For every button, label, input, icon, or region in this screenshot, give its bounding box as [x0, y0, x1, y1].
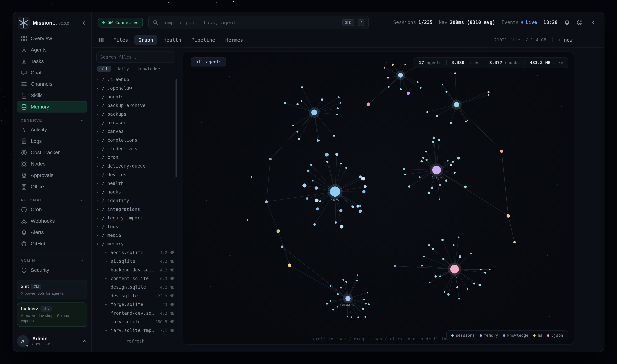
tree-row[interactable]: ~ design.sqlite 4.2 MB: [96, 283, 174, 291]
right-panel-collapse-button[interactable]: [591, 20, 596, 25]
tree-row-name: frontend-dev.sq…: [111, 310, 154, 316]
user-menu-chevron[interactable]: [82, 338, 87, 344]
section-header[interactable]: AUTOMATE: [17, 195, 87, 204]
tree-row[interactable]: ~ content.sqlite 6.3 MB: [96, 274, 174, 283]
tree-row[interactable]: ~ jarv.sqlite 350.5 MB: [96, 317, 174, 326]
sidebar-item[interactable]: Security: [17, 264, 87, 276]
filter-chip[interactable]: daily: [113, 66, 132, 72]
view-tab[interactable]: Files: [109, 35, 133, 45]
sidebar-section: AUTOMATE Cron: [17, 195, 87, 249]
refresh-button[interactable]: refresh: [96, 336, 174, 344]
sidebar-item[interactable]: Webhooks: [17, 215, 87, 226]
view-tab[interactable]: Health: [159, 35, 185, 45]
section-header[interactable]: OBSERVE: [17, 116, 87, 124]
tree-row[interactable]: ▸ / media: [96, 231, 174, 239]
user-menu[interactable]: A Admin openclaw: [17, 331, 87, 347]
tree-row[interactable]: ~ ai.sqlite 4.2 MB: [96, 257, 174, 265]
view-tabs: Files Graph Health Pipe: [109, 35, 248, 45]
tree-row[interactable]: ▸ / devices: [96, 170, 174, 179]
view-tab[interactable]: Hermes: [221, 35, 248, 45]
sidebar-item-label: Nodes: [31, 161, 46, 167]
sidebar-item[interactable]: Agents: [17, 44, 87, 55]
tree-row[interactable]: ▸ / credentials: [96, 144, 174, 153]
sidebar-item[interactable]: Cron: [17, 204, 87, 215]
new-button[interactable]: + new: [558, 37, 573, 43]
tree-row-marker: ~: [105, 294, 111, 298]
tree-row[interactable]: ▸ / browser: [96, 118, 174, 127]
tree-row[interactable]: ▸ / .clawhub: [96, 75, 174, 84]
sidebar-collapse-button[interactable]: [81, 20, 87, 26]
tree-row[interactable]: ~ aegis.sqlite 4.2 MB: [96, 248, 174, 257]
tree-row[interactable]: ▸ / hooks: [96, 188, 174, 196]
tree-scrollbar[interactable]: [176, 79, 177, 177]
tree-row[interactable]: ▸ / logs: [96, 222, 174, 231]
sidebar-item[interactable]: Approvals: [17, 169, 87, 181]
desktop-background: Mission... v2.0.0 Overview: [0, 0, 617, 364]
tree-row-size: 22.9 MB: [156, 294, 174, 298]
tree-row[interactable]: ▸ / completions: [96, 136, 174, 144]
promo-card[interactable]: builderz .dev AI-native dev shop · Solan…: [17, 302, 87, 327]
sidebar-item[interactable]: Tasks: [17, 55, 87, 67]
sidebar-footer: xint CLI X power tools for agents. build…: [17, 277, 87, 347]
feedback-button[interactable]: [577, 19, 583, 26]
sidebar-item[interactable]: Memory: [17, 101, 87, 112]
sidebar-item[interactable]: Alerts: [17, 227, 87, 238]
sidebar-item[interactable]: Chat: [17, 67, 87, 78]
sidebar-item[interactable]: Nodes: [17, 158, 87, 169]
tree-row[interactable]: ▸ / .openclaw: [96, 84, 174, 92]
tree-row[interactable]: ▸ / integrations: [96, 205, 174, 214]
tree-row[interactable]: ~ backend-dev.sql… 4.2 MB: [96, 265, 174, 274]
svg-text:dev: dev: [451, 275, 458, 279]
filter-chip[interactable]: all: [97, 66, 111, 72]
tree-row-marker: ▸: [96, 173, 102, 177]
tree-row[interactable]: ▸ / delivery-queue: [96, 162, 174, 170]
tasks-icon: [21, 58, 27, 64]
knowledge-graph[interactable]: jarvforgedevresearch: [183, 52, 574, 344]
content-area: all daily knowledge: [92, 48, 604, 352]
sidebar-item[interactable]: Logs: [17, 135, 87, 147]
tree-row[interactable]: ▸ / backup-archive: [96, 101, 174, 110]
tree-filters: all daily knowledge: [96, 63, 174, 75]
sidebar-item[interactable]: Skills: [17, 90, 87, 101]
tree-row[interactable]: ▸ / canvas: [96, 127, 174, 136]
sidebar-item[interactable]: Channels: [17, 78, 87, 90]
tree-row-name: / media: [102, 233, 121, 238]
layout-columns-button[interactable]: [98, 37, 104, 43]
tree-row[interactable]: ▸ / cron: [96, 153, 174, 162]
view-tab[interactable]: Pipeline: [187, 35, 219, 45]
tree-row-marker: ▸: [96, 207, 102, 211]
promo-card[interactable]: xint CLI X power tools for agents.: [17, 280, 87, 299]
tree-row-size: 7.1 MB: [158, 328, 174, 333]
tree-row[interactable]: ~ frontend-dev.sq… 4.2 MB: [96, 309, 174, 317]
filter-chip[interactable]: knowledge: [134, 66, 163, 72]
tree-row-marker: ▸: [96, 181, 102, 185]
search-input[interactable]: [162, 19, 339, 25]
sidebar-item[interactable]: Office: [17, 181, 87, 192]
sidebar-item[interactable]: Overview: [17, 33, 87, 44]
tree-row[interactable]: ~ forge.sqlite 43 MB: [96, 300, 174, 309]
tree-row[interactable]: ▸ / agents: [96, 92, 174, 101]
tree-row-name: / canvas: [102, 129, 124, 134]
logs-icon: [21, 138, 27, 144]
tree-row[interactable]: ~ jarv.sqlite.tmp… 7.1 MB: [96, 326, 174, 335]
view-tab[interactable]: Graph: [134, 35, 158, 45]
tree-row[interactable]: ▸ / identity: [96, 196, 174, 205]
tree-row-name: / .openclaw: [102, 85, 132, 91]
tree-row[interactable]: ▾ / memory: [96, 239, 174, 248]
sidebar-item[interactable]: Cost Tracker: [17, 147, 87, 158]
file-search-input[interactable]: [96, 52, 174, 63]
tree-row[interactable]: ▸ / health: [96, 179, 174, 187]
tree-row-marker: ▸: [96, 78, 102, 81]
tree-row[interactable]: ~ dev.sqlite 22.9 MB: [96, 291, 174, 300]
tree-row-name: aegis.sqlite: [111, 250, 143, 255]
global-search[interactable]: ⌘K /: [149, 16, 369, 29]
sidebar-item[interactable]: Activity: [17, 124, 87, 135]
tree-row[interactable]: ▸ / legacy-import: [96, 214, 174, 222]
sidebar-item[interactable]: GitHub: [17, 238, 87, 249]
section-header[interactable]: ADMIN: [17, 256, 87, 264]
agents-filter-chip[interactable]: all agents: [191, 57, 226, 66]
notifications-button[interactable]: [564, 19, 570, 26]
app-window: Mission... v2.0.0 Overview: [13, 12, 604, 352]
tree-row[interactable]: ▸ / backups: [96, 110, 174, 118]
graph-stats-bar: 17 agents 3,380 files 8,377: [414, 57, 568, 68]
